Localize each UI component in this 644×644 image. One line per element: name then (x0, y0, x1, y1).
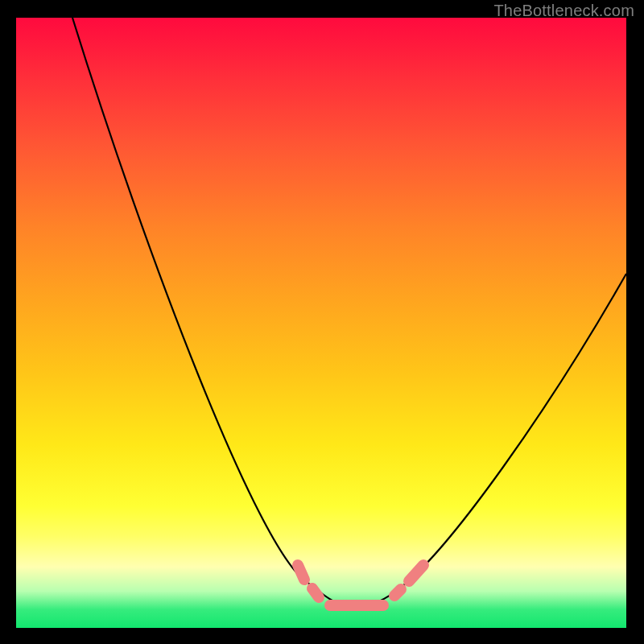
bottleneck-curve (72, 18, 626, 607)
marker-group (298, 565, 423, 605)
marker-capsule (394, 589, 401, 596)
watermark-text: TheBottleneck.com (493, 2, 634, 20)
chart-frame: TheBottleneck.com (0, 0, 644, 644)
marker-capsule (312, 588, 319, 597)
curve-layer (16, 18, 626, 628)
plot-area (16, 18, 626, 628)
marker-capsule (409, 565, 423, 581)
marker-capsule (298, 565, 304, 580)
